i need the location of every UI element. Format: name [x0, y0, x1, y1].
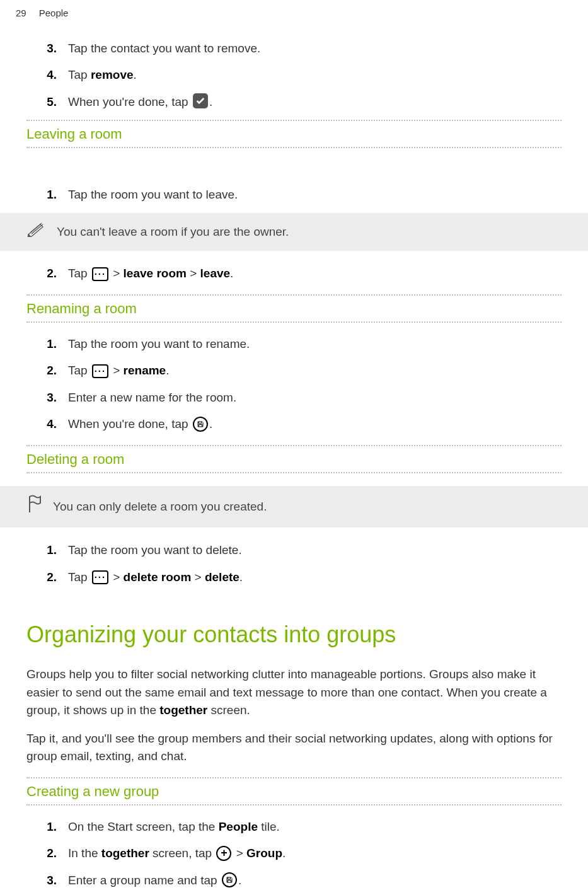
section-heading-renaming: Renaming a room: [26, 294, 562, 323]
leaving-steps: 1. Tap the room you want to leave.: [45, 186, 562, 204]
step-number: 1.: [45, 186, 57, 204]
step-text: Tap the contact you want to remove.: [68, 40, 562, 58]
note-text: You can't leave a room if you are the ow…: [57, 223, 289, 241]
step-text: When you're done, tap .: [68, 415, 562, 434]
step-number: 2.: [45, 569, 57, 587]
paragraph: Tap it, and you'll see the group members…: [26, 730, 562, 766]
list-item: 2. Tap ... > rename.: [45, 362, 562, 380]
list-item: 2. Tap ... > leave room > leave.: [45, 265, 562, 283]
creating-steps: 1. On the Start screen, tap the People t…: [45, 818, 562, 890]
step-text: Tap ... > leave room > leave.: [68, 265, 562, 283]
step-text: Enter a group name and tap .: [68, 872, 562, 890]
paragraph: Groups help you to filter social network…: [26, 666, 562, 720]
step-text: In the together screen, tap + > Group.: [68, 845, 562, 863]
section-heading-creating: Creating a new group: [26, 777, 562, 806]
main-heading-organizing: Organizing your contacts into groups: [26, 618, 562, 652]
step-text: Enter a new name for the room.: [68, 389, 562, 407]
step-text: Tap the room you want to rename.: [68, 335, 562, 354]
step-number: 3.: [45, 872, 57, 890]
list-item: 2. Tap ... > delete room > delete.: [45, 569, 562, 587]
list-item: 4. Tap remove.: [45, 66, 562, 84]
svg-line-0: [30, 223, 42, 233]
note-box: You can't leave a room if you are the ow…: [0, 213, 588, 251]
list-item: 5. When you're done, tap .: [45, 93, 562, 112]
list-item: 1. On the Start screen, tap the People t…: [45, 818, 562, 836]
save-icon: [193, 417, 208, 432]
list-item: 3. Enter a group name and tap .: [45, 872, 562, 890]
list-item: 1. Tap the room you want to rename.: [45, 335, 562, 354]
step-text: Tap ... > delete room > delete.: [68, 569, 562, 587]
page-header: 29 People: [0, 6, 588, 40]
section-heading-deleting: Deleting a room: [26, 445, 562, 473]
svg-line-1: [32, 224, 43, 234]
step-text: Tap ... > rename.: [68, 362, 562, 380]
list-item: 4. When you're done, tap .: [45, 415, 562, 434]
step-number: 1.: [45, 818, 57, 836]
list-item: 3. Enter a new name for the room.: [45, 389, 562, 407]
leaving-steps-2: 2. Tap ... > leave room > leave.: [45, 265, 562, 283]
checkmark-icon: [193, 93, 208, 108]
note-box: You can only delete a room you created.: [0, 486, 588, 528]
step-text: Tap the room you want to leave.: [68, 186, 562, 204]
step-number: 2.: [45, 845, 57, 863]
step-text: Tap remove.: [68, 66, 562, 84]
pencil-icon: [26, 222, 45, 243]
step-text: On the Start screen, tap the People tile…: [68, 818, 562, 836]
flag-icon: [26, 495, 42, 519]
list-item: 1. Tap the room you want to delete.: [45, 541, 562, 560]
list-item: 1. Tap the room you want to leave.: [45, 186, 562, 204]
more-icon: ...: [92, 364, 108, 378]
step-number: 2.: [45, 265, 57, 283]
step-number: 2.: [45, 362, 57, 380]
step-number: 4.: [45, 66, 57, 84]
step-number: 5.: [45, 93, 57, 112]
remove-contact-steps: 3. Tap the contact you want to remove. 4…: [45, 40, 562, 112]
save-icon: [222, 872, 237, 887]
header-section: People: [39, 6, 69, 21]
page-number: 29: [16, 6, 26, 21]
section-heading-leaving: Leaving a room: [26, 120, 562, 148]
more-icon: ...: [92, 267, 108, 281]
more-icon: ...: [92, 570, 108, 584]
note-text: You can only delete a room you created.: [53, 498, 267, 516]
step-number: 3.: [45, 389, 57, 407]
plus-icon: +: [216, 846, 231, 861]
step-text: When you're done, tap .: [68, 93, 562, 112]
step-number: 1.: [45, 335, 57, 354]
step-number: 4.: [45, 415, 57, 434]
list-item: 3. Tap the contact you want to remove.: [45, 40, 562, 58]
step-text: Tap the room you want to delete.: [68, 541, 562, 560]
list-item: 2. In the together screen, tap + > Group…: [45, 845, 562, 863]
renaming-steps: 1. Tap the room you want to rename. 2. T…: [45, 335, 562, 434]
step-number: 1.: [45, 541, 57, 560]
deleting-steps: 1. Tap the room you want to delete. 2. T…: [45, 541, 562, 586]
step-number: 3.: [45, 40, 57, 58]
